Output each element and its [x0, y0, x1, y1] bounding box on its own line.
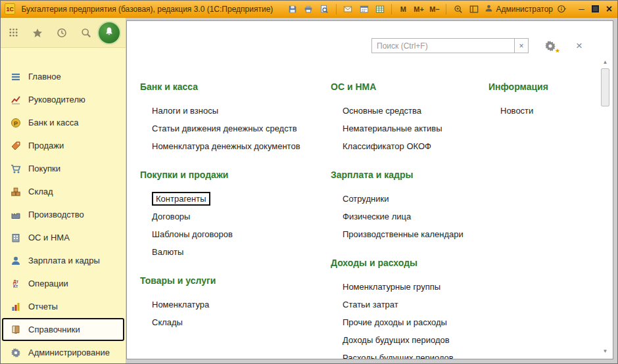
link-group: Банк и касса Налоги и взносы Статьи движ… — [140, 81, 331, 155]
titlebar-separator — [391, 4, 392, 14]
panel-link[interactable]: Основные средства — [343, 102, 421, 120]
service-info-icon[interactable] — [556, 3, 569, 16]
print-icon[interactable] — [302, 3, 315, 16]
window-title: Бухгалтерия предприятия (базовая), редак… — [21, 5, 273, 14]
panel-link[interactable]: Валюты — [152, 243, 183, 261]
panel-link[interactable]: Номенклатурные группы — [343, 278, 440, 296]
close-button[interactable]: × — [606, 3, 612, 15]
mail-icon[interactable] — [342, 3, 354, 16]
panel-link[interactable]: Доходы будущих периодов — [343, 331, 450, 349]
sidebar-item-rukovoditelyu[interactable]: Руководителю — [1, 88, 126, 111]
print-preview-icon[interactable] — [318, 3, 331, 16]
sidebar-item-sklad[interactable]: Склад — [1, 180, 126, 203]
panel-link[interactable]: Статьи затрат — [343, 296, 398, 313]
focused-link-box: Контрагенты — [152, 192, 210, 206]
favorites-star-icon[interactable] — [32, 28, 43, 38]
star-icon: ★ — [555, 47, 560, 54]
group-title: Товары и услуги — [140, 275, 331, 286]
panel-column: Информация Новости — [488, 81, 590, 359]
panel-link[interactable]: Статьи движения денежных средств — [152, 120, 297, 137]
cart-icon — [10, 164, 22, 174]
panel-link[interactable]: Классификатор ОКОФ — [343, 137, 431, 155]
group-title: Банк и касса — [140, 81, 331, 93]
debit-credit-icon: ДтКт — [10, 279, 22, 288]
panel-link[interactable]: Шаблоны договоров — [152, 225, 233, 243]
settings-gear-icon[interactable]: ★ — [544, 40, 556, 52]
m-button[interactable]: М — [397, 5, 409, 13]
sidebar-item-label: Операции — [28, 279, 68, 288]
factory-icon — [10, 210, 22, 220]
scroll-down-icon[interactable]: ▼ — [600, 347, 610, 356]
save-icon[interactable] — [286, 3, 298, 16]
functions-panel: × ★ × Банк и касса Налоги и взносы Стать… — [126, 20, 613, 359]
sidebar-item-administrirovanie[interactable]: Администрирование — [1, 341, 126, 364]
sidebar-item-label: Отчеты — [28, 302, 58, 311]
user-button[interactable]: Администратор — [485, 4, 553, 14]
apps-grid-icon[interactable] — [9, 28, 18, 37]
panels-icon[interactable] — [467, 3, 480, 16]
sidebar-item-proizvodstvo[interactable]: Производство — [1, 203, 126, 226]
sidebar-item-pokupki[interactable]: Покупки — [1, 157, 126, 180]
maximize-button[interactable] — [592, 5, 599, 12]
search-clear-icon[interactable]: × — [515, 38, 529, 53]
1c-logo-icon[interactable]: 1С — [5, 3, 15, 14]
scrollbar-thumb[interactable] — [601, 68, 609, 106]
titlebar-separator — [446, 4, 446, 14]
panel-link[interactable]: Нематериальные активы — [343, 120, 442, 137]
link-group: Товары и услуги Номенклатура Склады — [140, 275, 331, 331]
sidebar-item-label: ОС и НМА — [28, 233, 70, 242]
sidebar-item-glavnoe[interactable]: Главное — [1, 65, 126, 88]
m-minus-button[interactable]: М− — [428, 5, 440, 13]
panel-toolbar: × ★ × — [371, 38, 582, 53]
panel-link[interactable]: Физические лица — [343, 208, 411, 225]
notifications-button[interactable] — [97, 21, 121, 45]
sidebar-item-label: Администрирование — [28, 348, 110, 357]
calendar-icon[interactable] — [358, 3, 370, 16]
panel-link[interactable]: Договоры — [152, 208, 190, 225]
panel-link[interactable]: Новости — [500, 102, 533, 120]
panel-link[interactable]: Прочие доходы и расходы — [343, 313, 447, 331]
panel-link[interactable]: Производственные календари — [343, 225, 464, 243]
main-area: × ★ × Банк и касса Налоги и взносы Стать… — [126, 18, 617, 363]
vertical-scrollbar[interactable]: ▲ ▼ — [600, 58, 610, 356]
link-columns: Банк и касса Налоги и взносы Статьи движ… — [140, 81, 590, 359]
sidebar-item-operatsii[interactable]: ДтКт Операции — [1, 272, 126, 295]
link-group: Зарплата и кадры Сотрудники Физические л… — [331, 170, 488, 243]
sidebar-header — [1, 18, 126, 48]
table-icon[interactable] — [373, 3, 386, 16]
minimize-button[interactable]: ─ — [579, 5, 584, 14]
titlebar-separator — [336, 4, 337, 14]
zoom-in-icon[interactable] — [452, 3, 464, 16]
search-box: × — [371, 38, 529, 53]
scroll-up-icon[interactable]: ▲ — [600, 58, 610, 67]
sidebar-item-otchety[interactable]: Отчеты — [1, 295, 126, 318]
search-icon[interactable] — [81, 28, 91, 38]
sidebar-item-label: Банк и касса — [28, 118, 79, 127]
panel-link[interactable]: Номенклатура — [152, 296, 209, 313]
building-icon — [10, 233, 22, 243]
link-kontragenty[interactable]: Контрагенты — [152, 190, 210, 208]
link-group: Доходы и расходы Номенклатурные группы С… — [331, 258, 488, 359]
menu-bars-icon — [10, 72, 22, 82]
person-icon — [485, 4, 493, 14]
panel-link[interactable]: Расходы будущих периодов — [343, 349, 454, 359]
price-tag-icon — [10, 141, 22, 151]
group-title: Покупки и продажи — [140, 170, 331, 181]
panel-link[interactable]: Налоги и взносы — [152, 102, 218, 120]
sidebar: Главное Руководителю Р Банк и касса Прод… — [1, 18, 126, 363]
history-icon[interactable] — [57, 28, 67, 38]
panel-link[interactable]: Сотрудники — [343, 190, 389, 208]
group-title: ОС и НМА — [331, 81, 488, 93]
close-panel-icon[interactable]: × — [576, 39, 582, 53]
sidebar-item-zarplata-i-kadry[interactable]: Зарплата и кадры — [1, 249, 126, 272]
panel-link[interactable]: Номенклатура денежных документов — [152, 137, 300, 155]
panel-column: Банк и касса Налоги и взносы Статьи движ… — [140, 81, 331, 359]
search-input[interactable] — [371, 38, 515, 53]
sidebar-item-label: Зарплата и кадры — [28, 256, 100, 265]
m-plus-button[interactable]: М+ — [412, 5, 425, 13]
sidebar-item-bank-i-kassa[interactable]: Р Банк и касса — [1, 111, 126, 134]
sidebar-item-prodazhi[interactable]: Продажи — [1, 134, 126, 157]
sidebar-item-spravochniki[interactable]: Справочники — [2, 318, 124, 341]
panel-link[interactable]: Склады — [152, 313, 183, 331]
sidebar-item-os-i-nma[interactable]: ОС и НМА — [1, 226, 126, 249]
